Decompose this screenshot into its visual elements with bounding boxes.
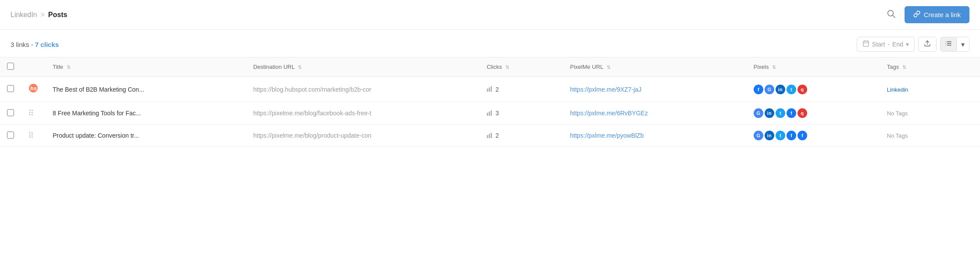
- row-clicks-cell: 2: [479, 77, 563, 102]
- svg-rect-15: [487, 89, 488, 92]
- svg-rect-17: [491, 86, 492, 92]
- breadcrumb-parent[interactable]: LinkedIn: [11, 11, 37, 19]
- date-separator: -: [887, 41, 890, 48]
- create-link-icon: [913, 11, 920, 19]
- svg-rect-23: [491, 132, 492, 138]
- row-tag: No Tags: [887, 132, 908, 139]
- sort-pixelme-icon: ⇅: [607, 64, 611, 70]
- row-checkbox-cell: [0, 102, 21, 125]
- summary-text: 3 links - 7 clicks: [11, 41, 59, 48]
- row-tags-cell: No Tags: [880, 125, 980, 147]
- svg-rect-21: [487, 135, 488, 138]
- li-pixel-icon: in: [765, 131, 774, 140]
- row-dest-cell: https://pixelme.me/blog/product-update-c…: [246, 125, 479, 147]
- clicks-value: 2: [495, 132, 499, 139]
- pixelme-url-link[interactable]: https://pxlme.me/pyowBlZb: [570, 132, 644, 139]
- tw-pixel-icon: t: [787, 85, 796, 94]
- row-checkbox[interactable]: [7, 132, 14, 139]
- row-clicks-cell: 3: [479, 102, 563, 125]
- links-table: Title ⇅ Destination URL ⇅ Clicks ⇅ Pixel…: [0, 57, 980, 147]
- col-header-tags[interactable]: Tags ⇅: [880, 57, 980, 77]
- sort-title-icon: ⇅: [67, 64, 71, 70]
- pixelme-url-link[interactable]: https://pxlme.me/9XZ7-jaJ: [570, 86, 642, 93]
- bar-chart-icon: [486, 132, 493, 139]
- col-header-dest[interactable]: Destination URL ⇅: [246, 57, 479, 77]
- col-header-icon: [21, 57, 46, 77]
- svg-rect-22: [489, 134, 490, 138]
- q-pixel-icon: q: [798, 108, 807, 118]
- svg-rect-20: [491, 110, 492, 115]
- search-button[interactable]: [883, 7, 899, 22]
- row-clicks: 2: [486, 132, 556, 139]
- row-dest-cell: https://blog.hubspot.com/marketing/b2b-c…: [246, 77, 479, 102]
- svg-point-0: [887, 11, 893, 16]
- toolbar-controls: Start - End ▾: [857, 37, 969, 52]
- tw-pixel-icon: t: [776, 131, 785, 140]
- row-clicks-cell: 2: [479, 125, 563, 147]
- pixel-dots: Gintfq: [754, 108, 873, 118]
- list-view-button[interactable]: [941, 37, 956, 51]
- chevron-view-button[interactable]: ▾: [957, 38, 969, 51]
- row-pixelme-cell: https://pxlme.me/9XZ7-jaJ: [563, 77, 747, 102]
- col-header-checkbox: [0, 57, 21, 77]
- view-toggle: ▾: [940, 37, 969, 52]
- row-dest-cell: https://pixelme.me/blog/facebook-ads-fre…: [246, 102, 479, 125]
- header-actions: Create a link: [883, 6, 969, 23]
- tw-pixel-icon: t: [776, 108, 785, 118]
- row-icon-cell: hs: [21, 77, 46, 102]
- g-pixel-icon: G: [754, 131, 763, 140]
- q-pixel-icon: q: [798, 85, 807, 94]
- svg-rect-16: [489, 87, 490, 92]
- select-all-checkbox[interactable]: [7, 63, 14, 70]
- breadcrumb-current: Posts: [48, 11, 68, 19]
- row-clicks: 3: [486, 110, 556, 117]
- clicks-value: 3: [495, 110, 499, 117]
- links-table-container: Title ⇅ Destination URL ⇅ Clicks ⇅ Pixel…: [0, 57, 980, 147]
- sort-dest-icon: ⇅: [298, 64, 302, 70]
- breadcrumb-separator: >: [41, 11, 45, 19]
- table-row: ⠿8 Free Marketing Tools for Fac...https:…: [0, 102, 980, 125]
- create-link-button[interactable]: Create a link: [905, 6, 969, 23]
- bar-chart-icon: [486, 86, 493, 93]
- pixel-dots: Gintff: [754, 131, 873, 140]
- create-link-label: Create a link: [924, 11, 961, 18]
- date-start: Start: [872, 41, 885, 48]
- col-header-pixels[interactable]: Pixels ⇅: [747, 57, 880, 77]
- row-title: 8 Free Marketing Tools for Fac...: [53, 110, 141, 117]
- export-button[interactable]: [918, 37, 937, 52]
- row-title: Product update: Conversion tr...: [53, 132, 139, 139]
- g-pixel-icon: G: [754, 108, 763, 118]
- fb-pixel-icon: f: [787, 108, 796, 118]
- fb-pixel-icon: f: [798, 131, 807, 140]
- drag-handle-icon: ⠿: [28, 109, 33, 118]
- calendar-icon: [862, 40, 869, 49]
- fb-pixel-icon: f: [754, 85, 763, 94]
- row-title-cell: Product update: Conversion tr...: [46, 125, 246, 147]
- col-header-clicks[interactable]: Clicks ⇅: [479, 57, 563, 77]
- row-dest-url: https://pixelme.me/blog/facebook-ads-fre…: [253, 110, 371, 117]
- table-row: hs The Best of B2B Marketing Con...https…: [0, 77, 980, 102]
- svg-rect-19: [489, 111, 490, 116]
- row-tag: Linkedin: [887, 86, 908, 93]
- row-dest-url: https://pixelme.me/blog/product-update-c…: [253, 132, 371, 139]
- row-checkbox[interactable]: [7, 85, 14, 92]
- pixel-dots: fGintq: [754, 85, 873, 94]
- row-tags-cell: No Tags: [880, 102, 980, 125]
- svg-line-1: [893, 16, 895, 18]
- date-range-picker[interactable]: Start - End ▾: [857, 37, 915, 52]
- breadcrumb: LinkedIn > Posts: [11, 11, 67, 19]
- li-pixel-icon: in: [765, 108, 774, 118]
- svg-text:hs: hs: [30, 85, 37, 92]
- row-tags-cell: Linkedin: [880, 77, 980, 102]
- sort-tags-icon: ⇅: [902, 64, 906, 70]
- clicks-value: 2: [495, 86, 499, 93]
- sort-clicks-icon: ⇅: [505, 64, 509, 70]
- col-header-pixelme[interactable]: PixelMe URL ⇅: [563, 57, 747, 77]
- pixelme-url-link[interactable]: https://pxlme.me/6RvBYGEz: [570, 110, 648, 117]
- row-checkbox[interactable]: [7, 109, 14, 116]
- row-pixelme-cell: https://pxlme.me/pyowBlZb: [563, 125, 747, 147]
- chevron-down-icon: ▾: [906, 41, 909, 48]
- row-icon-cell: ⠿: [21, 102, 46, 125]
- col-header-title[interactable]: Title ⇅: [46, 57, 246, 77]
- summary-clicks: 7 clicks: [35, 41, 59, 48]
